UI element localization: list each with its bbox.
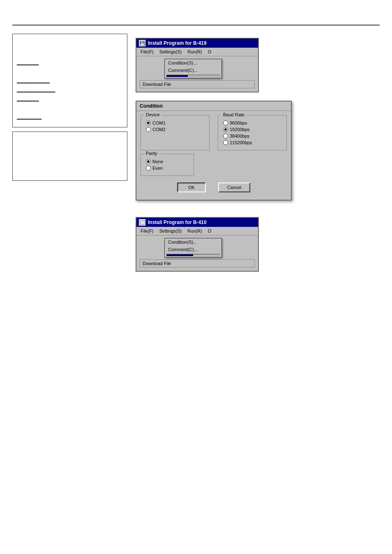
right-column: 💾 Install Program for B-419 File(F) Sett… — [136, 34, 380, 272]
b410-menubar: File(F) Settings(S) Run(R) O — [136, 227, 258, 235]
b410-download-label: Download File — [143, 261, 171, 266]
device-com2-item[interactable]: COM2 — [146, 127, 204, 132]
b410-download-section: Download File — [140, 259, 255, 268]
baud-rate-group: Baud Rate 9600bps 19200bps 38400bps — [218, 115, 287, 150]
box2-line1 — [17, 139, 123, 145]
b410-body: Condition(S)... Comment(C)... Download F… — [136, 235, 258, 271]
device-group-label: Device — [144, 112, 161, 117]
condition-buttons: OK Cancel — [141, 179, 287, 196]
condition-body: Device COM1 COM2 Baud Rate — [136, 111, 291, 200]
baud-9600-item[interactable]: 9600bps — [223, 120, 281, 125]
text-box-1: ________ ____________ ______________ ___… — [12, 34, 127, 127]
parity-none-item[interactable]: None — [146, 159, 189, 164]
b410-progress-fill — [167, 254, 193, 256]
baud-19200-item[interactable]: 19200bps — [223, 127, 281, 132]
underline-1: ________ — [17, 60, 39, 65]
b410-menu-run[interactable]: Run(R) — [185, 228, 204, 234]
b419-icon: 💾 — [139, 40, 145, 46]
b419-menubar: File(F) Settings(S) Run(R) O — [136, 48, 258, 56]
condition-top-row: Device COM1 COM2 Baud Rate — [141, 115, 287, 150]
b419-menu-other[interactable]: O — [205, 48, 214, 55]
condition-titlebar: Condition — [136, 102, 291, 111]
parity-even-label: Even — [152, 166, 163, 171]
baud-38400-item[interactable]: 38400bps — [223, 134, 281, 138]
b419-menu-file[interactable]: File(F) — [138, 48, 156, 55]
underline-4: ________ — [17, 96, 39, 102]
baud-38400-label: 38400bps — [230, 134, 249, 138]
line8 — [17, 105, 123, 111]
parity-group: Parity None Even — [141, 154, 194, 176]
baud-19200-label: 19200bps — [230, 127, 249, 132]
b410-menu-file[interactable]: File(F) — [138, 228, 156, 234]
device-com2-label: COM2 — [152, 127, 166, 132]
box2-line3 — [17, 157, 123, 163]
b419-download-section: Download File — [140, 80, 255, 88]
baud-9600-radio[interactable] — [223, 120, 228, 125]
condition-dialog: Condition Device COM1 COM2 — [136, 101, 292, 201]
device-com1-radio[interactable] — [146, 120, 151, 125]
b419-download-label: Download File — [143, 82, 171, 87]
baud-115200-item[interactable]: 115200bps — [223, 140, 281, 145]
b419-progress-fill — [167, 75, 188, 77]
left-column: ________ ____________ ______________ ___… — [12, 34, 127, 272]
baud-19200-radio[interactable] — [223, 127, 228, 132]
device-com2-radio[interactable] — [146, 127, 151, 132]
b419-titlebar: 💾 Install Program for B-419 — [136, 39, 258, 48]
b410-dropdown-menu: Condition(S)... Comment(C)... — [164, 238, 222, 258]
b410-menu-other[interactable]: O — [205, 228, 214, 234]
b419-body: Condition(S)... Comment(C)... Download F… — [136, 56, 258, 92]
parity-even-item[interactable]: Even — [146, 166, 189, 171]
baud-115200-radio[interactable] — [223, 140, 228, 145]
condition-title: Condition — [140, 103, 163, 109]
b410-comment-item[interactable]: Comment(C)... — [165, 246, 221, 253]
underline-2: ____________ — [17, 78, 50, 83]
b410-menu-settings[interactable]: Settings(S) — [157, 228, 184, 234]
b419-menu-run[interactable]: Run(R) — [185, 48, 204, 55]
b419-comment-item[interactable]: Comment(C)... — [165, 67, 221, 74]
line7: ________ — [17, 96, 123, 102]
line2 — [17, 51, 123, 56]
b410-icon: ⚙ — [139, 219, 145, 226]
device-group: Device COM1 COM2 — [141, 115, 210, 150]
baud-115200-label: 115200bps — [230, 140, 252, 145]
install-b410-window: ⚙ Install Program for B-410 File(F) Sett… — [136, 217, 259, 272]
ok-button[interactable]: OK — [177, 182, 206, 192]
parity-none-label: None — [152, 159, 163, 164]
b410-titlebar: ⚙ Install Program for B-410 — [136, 218, 258, 227]
parity-even-radio[interactable] — [146, 166, 151, 171]
b410-condition-item[interactable]: Condition(S)... — [165, 238, 221, 246]
line5: ____________ — [17, 78, 123, 83]
underline-5: _________ — [17, 114, 42, 120]
baud-rate-label: Baud Rate — [221, 112, 246, 117]
line9: _________ — [17, 114, 123, 120]
baud-38400-radio[interactable] — [223, 134, 228, 138]
b419-title: Install Program for B-419 — [148, 40, 207, 46]
box2-line2 — [17, 148, 123, 154]
text-box-2 — [12, 132, 127, 181]
b419-menu-settings[interactable]: Settings(S) — [157, 48, 184, 55]
underline-3: ______________ — [17, 87, 55, 92]
b419-dropdown-menu: Condition(S)... Comment(C)... — [164, 59, 222, 78]
parity-group-label: Parity — [144, 151, 159, 156]
b419-progress — [166, 75, 220, 77]
b419-condition-item[interactable]: Condition(S)... — [165, 59, 221, 67]
line4 — [17, 69, 123, 74]
line6: ______________ — [17, 87, 123, 92]
line3: ________ — [17, 60, 123, 65]
install-b419-window: 💾 Install Program for B-419 File(F) Sett… — [136, 38, 259, 92]
cancel-button[interactable]: Cancel — [218, 182, 250, 192]
line1 — [17, 42, 123, 47]
parity-none-radio[interactable] — [146, 159, 151, 164]
baud-9600-label: 9600bps — [230, 120, 247, 125]
device-com1-item[interactable]: COM1 — [146, 120, 204, 125]
b410-progress — [166, 254, 220, 256]
main-area: ________ ____________ ______________ ___… — [0, 25, 392, 280]
b410-title: Install Program for B-410 — [148, 219, 207, 225]
device-com1-label: COM1 — [152, 120, 166, 125]
